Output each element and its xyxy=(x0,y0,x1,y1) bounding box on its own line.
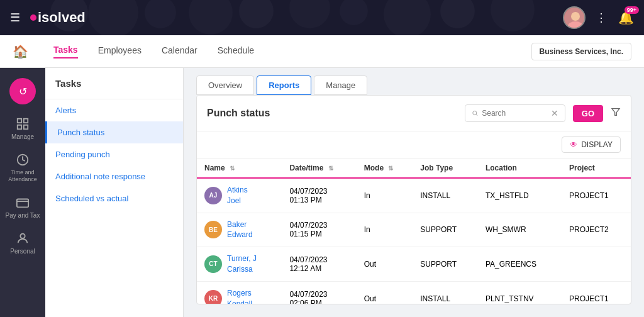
col-location: Location xyxy=(478,158,562,178)
sidebar-icon-personal[interactable]: Personal xyxy=(3,226,43,260)
nav-tab-employees[interactable]: Employees xyxy=(98,45,142,58)
datetime-cell: 04/07/202302:06 PM xyxy=(282,281,356,304)
employee-name-link[interactable]: BakerEdward xyxy=(227,220,253,241)
go-button[interactable]: GO xyxy=(573,105,603,122)
sidebar-icon-pay-tax[interactable]: Pay and Tax xyxy=(3,191,43,224)
hamburger-button[interactable]: ☰ xyxy=(10,11,20,25)
second-nav: 🏠 Tasks Employees Calendar Schedule Busi… xyxy=(0,35,644,68)
nav-tab-tasks[interactable]: Tasks xyxy=(53,45,78,58)
name-cell: AJ AtkinsJoel xyxy=(197,178,282,213)
content-title: Punch status xyxy=(207,108,270,119)
mode-cell: Out xyxy=(357,247,413,282)
scheduled-actual-link[interactable]: Scheduled vs actual xyxy=(45,187,183,209)
nav-tab-schedule[interactable]: Schedule xyxy=(218,45,254,58)
svg-rect-5 xyxy=(18,125,21,129)
location-cell: TX_HSTFLD xyxy=(478,178,562,213)
mode-value: Out xyxy=(364,294,376,303)
additional-note-link[interactable]: Additional note response xyxy=(45,165,183,187)
person-icon xyxy=(16,231,30,245)
avatar[interactable] xyxy=(563,6,586,29)
tasks-menu-item-additional-note[interactable]: Additional note response xyxy=(45,165,183,187)
punch-status-link[interactable]: Punch status xyxy=(45,121,183,143)
sidebar-icon-refresh[interactable]: ↺ xyxy=(3,73,43,109)
col-project: Project xyxy=(562,158,631,178)
col-datetime: Date/time ⇅ xyxy=(282,158,356,178)
nav-tabs: Tasks Employees Calendar Schedule xyxy=(53,45,254,58)
datetime-cell: 04/07/202301:13 PM xyxy=(282,178,356,213)
content-header: Punch status ✕ GO xyxy=(197,96,631,131)
manage-icon xyxy=(16,117,30,131)
mode-sort-icon[interactable]: ⇅ xyxy=(388,165,393,172)
sub-tab-overview[interactable]: Overview xyxy=(196,75,254,95)
table-header: Name ⇅ Date/time ⇅ Mode ⇅ Job T xyxy=(197,158,631,178)
employee-name-link[interactable]: AtkinsJoel xyxy=(227,185,248,206)
sub-tab-manage[interactable]: Manage xyxy=(314,75,367,95)
employee-cell: CT Turner, JCarissa xyxy=(204,253,274,275)
job-type-value: SUPPORT xyxy=(420,260,457,269)
search-clear-button[interactable]: ✕ xyxy=(551,108,558,118)
tasks-menu-item-alerts[interactable]: Alerts xyxy=(45,99,183,121)
logo-dot xyxy=(30,14,36,21)
location-value: PLNT_TSTNV xyxy=(486,294,534,303)
top-bar-right: ⋮ 🔔 99+ xyxy=(563,6,634,29)
datetime-sort-icon[interactable]: ⇅ xyxy=(328,165,333,172)
svg-point-11 xyxy=(473,111,477,115)
more-options-button[interactable]: ⋮ xyxy=(596,11,608,25)
alerts-link[interactable]: Alerts xyxy=(45,99,183,121)
notification-button[interactable]: 🔔 99+ xyxy=(618,10,634,25)
svg-point-10 xyxy=(20,233,25,238)
tasks-menu-item-pending-punch[interactable]: Pending punch xyxy=(45,143,183,165)
project-cell xyxy=(562,247,631,282)
employee-cell: KR RogersKendall xyxy=(204,288,274,304)
sidebar-icon-manage[interactable]: Manage xyxy=(3,112,43,145)
filter-icon xyxy=(611,107,621,117)
job-type-value: SUPPORT xyxy=(420,225,457,234)
name-cell: KR RogersKendall xyxy=(197,281,282,304)
project-value: PROJECT1 xyxy=(569,294,609,303)
location-cell: WH_SMWR xyxy=(478,213,562,247)
pay-tax-icon xyxy=(16,196,30,209)
logo: isolved xyxy=(30,9,86,26)
table-row: AJ AtkinsJoel 04/07/202301:13 PMInINSTAL… xyxy=(197,178,631,213)
name-cell: CT Turner, JCarissa xyxy=(197,247,282,282)
sub-tab-reports[interactable]: Reports xyxy=(257,75,311,95)
project-value: PROJECT2 xyxy=(569,225,609,234)
main-layout: ↺ Manage Time and Attendance Pay and Tax xyxy=(0,68,644,317)
tasks-menu-item-punch-status[interactable]: Punch status xyxy=(45,121,183,143)
name-sort-icon[interactable]: ⇅ xyxy=(230,165,235,172)
sidebar-icon-time-attendance[interactable]: Time and Attendance xyxy=(3,148,43,188)
job-type-cell: INSTALL xyxy=(413,178,478,213)
table-body: AJ AtkinsJoel 04/07/202301:13 PMInINSTAL… xyxy=(197,178,631,304)
project-cell: PROJECT2 xyxy=(562,213,631,247)
content-area: Punch status ✕ GO 👁 xyxy=(196,95,631,304)
home-button[interactable]: 🏠 xyxy=(13,44,28,59)
job-type-value: INSTALL xyxy=(420,294,450,303)
personal-label: Personal xyxy=(10,248,35,255)
refresh-icon: ↺ xyxy=(9,78,36,104)
location-cell: PLNT_TSTNV xyxy=(478,281,562,304)
sub-tabs: Overview Reports Manage xyxy=(184,68,644,95)
project-cell: PROJECT1 xyxy=(562,178,631,213)
svg-rect-6 xyxy=(24,125,28,129)
employee-name-link[interactable]: RogersKendall xyxy=(227,288,252,304)
employee-name-link[interactable]: Turner, JCarissa xyxy=(227,253,257,275)
avatar: KR xyxy=(204,290,222,304)
search-icon xyxy=(472,109,479,118)
pay-tax-label: Pay and Tax xyxy=(6,212,40,219)
tasks-header: Tasks xyxy=(45,68,183,99)
tasks-menu-item-scheduled-actual[interactable]: Scheduled vs actual xyxy=(45,187,183,209)
nav-tab-calendar[interactable]: Calendar xyxy=(162,45,197,58)
svg-rect-8 xyxy=(17,199,28,207)
eye-icon: 👁 xyxy=(570,140,577,149)
filter-button[interactable] xyxy=(611,107,621,120)
location-value: PA_GREENCS xyxy=(486,260,536,269)
sidebar-icons: ↺ Manage Time and Attendance Pay and Tax xyxy=(0,68,45,317)
job-type-cell: SUPPORT xyxy=(413,247,478,282)
datetime-value: 04/07/202312:12 AM xyxy=(289,255,327,273)
search-input[interactable] xyxy=(482,109,547,118)
pending-punch-link[interactable]: Pending punch xyxy=(45,143,183,165)
job-type-cell: INSTALL xyxy=(413,281,478,304)
top-bar: ☰ isolved ⋮ 🔔 99+ xyxy=(0,0,644,35)
display-button[interactable]: 👁 DISPLAY xyxy=(562,136,621,153)
company-badge: Business Services, Inc. xyxy=(531,43,631,60)
